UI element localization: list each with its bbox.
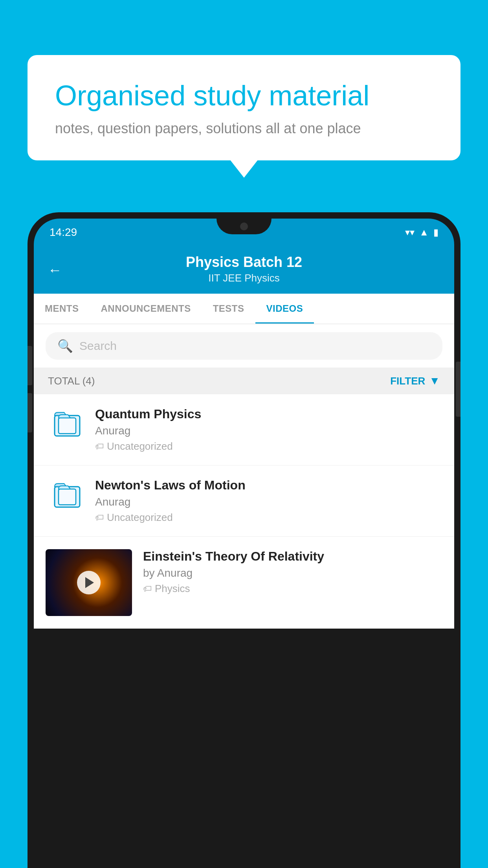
tag-icon: 🏷 — [95, 441, 104, 452]
video-author-quantum: Anurag — [95, 425, 442, 437]
play-icon — [85, 577, 94, 588]
tag-label-einstein: Physics — [155, 583, 190, 595]
tag-icon-2: 🏷 — [95, 513, 104, 523]
video-list: Quantum Physics Anurag 🏷 Uncategorized — [34, 394, 454, 629]
filter-label: FILTER — [390, 375, 425, 387]
battery-icon: ▮ — [433, 227, 438, 238]
power-button — [456, 362, 460, 417]
video-info-quantum: Quantum Physics Anurag 🏷 Uncategorized — [89, 407, 442, 452]
tag-label-newton: Uncategorized — [107, 511, 173, 524]
status-bar: 14:29 ▾▾ ▲ ▮ — [34, 219, 454, 246]
video-tag-einstein: 🏷 Physics — [143, 583, 442, 595]
video-tag-quantum: 🏷 Uncategorized — [95, 440, 442, 452]
video-info-einstein: Einstein's Theory Of Relativity by Anura… — [132, 549, 442, 595]
tag-label-quantum: Uncategorized — [107, 440, 173, 452]
video-item-newton[interactable]: Newton's Laws of Motion Anurag 🏷 Uncateg… — [34, 465, 454, 537]
video-item-quantum[interactable]: Quantum Physics Anurag 🏷 Uncategorized — [34, 394, 454, 465]
video-title-quantum: Quantum Physics — [95, 407, 442, 421]
folder-icon-container — [46, 407, 89, 440]
play-button-einstein[interactable] — [77, 571, 101, 594]
video-title-einstein: Einstein's Theory Of Relativity — [143, 549, 442, 564]
search-bar[interactable]: 🔍 Search — [46, 332, 442, 360]
header-title: Physics Batch 12 — [50, 254, 438, 270]
filter-button[interactable]: FILTER ▼ — [390, 375, 440, 387]
video-item-einstein[interactable]: Einstein's Theory Of Relativity by Anura… — [34, 537, 454, 629]
tab-tests[interactable]: TESTS — [202, 294, 255, 324]
bubble-title: Organised study material — [55, 79, 433, 112]
video-info-newton: Newton's Laws of Motion Anurag 🏷 Uncateg… — [89, 478, 442, 524]
video-thumbnail-einstein — [46, 549, 132, 616]
app-header: ← Physics Batch 12 IIT JEE Physics — [34, 246, 454, 294]
folder-icon-2 — [53, 480, 81, 511]
tag-icon-3: 🏷 — [143, 584, 152, 594]
wifi-icon: ▾▾ — [405, 227, 415, 238]
tab-bar: MENTS ANNOUNCEMENTS TESTS VIDEOS — [34, 294, 454, 324]
folder-icon-container-2 — [46, 478, 89, 511]
video-author-newton: Anurag — [95, 496, 442, 508]
filter-icon: ▼ — [429, 375, 440, 387]
tab-videos[interactable]: VIDEOS — [255, 294, 314, 324]
volume-up-button — [28, 346, 32, 385]
status-time: 14:29 — [50, 226, 77, 239]
video-tag-newton: 🏷 Uncategorized — [95, 511, 442, 524]
speech-bubble-card: Organised study material notes, question… — [28, 55, 460, 160]
video-author-einstein: by Anurag — [143, 567, 442, 579]
notch — [216, 219, 272, 234]
total-count: TOTAL (4) — [48, 375, 95, 387]
phone-frame: 14:29 ▾▾ ▲ ▮ ← Physics Batch 12 IIT JEE … — [28, 212, 460, 868]
bubble-subtitle: notes, question papers, solutions all at… — [55, 120, 433, 137]
folder-icon — [53, 408, 81, 440]
search-container: 🔍 Search — [34, 324, 454, 368]
svg-rect-1 — [59, 418, 76, 434]
status-icons: ▾▾ ▲ ▮ — [405, 227, 438, 238]
search-icon: 🔍 — [57, 338, 73, 353]
video-title-newton: Newton's Laws of Motion — [95, 478, 442, 493]
speech-bubble-section: Organised study material notes, question… — [28, 55, 460, 160]
search-placeholder: Search — [79, 339, 117, 353]
signal-icon: ▲ — [419, 227, 429, 238]
filter-bar: TOTAL (4) FILTER ▼ — [34, 368, 454, 394]
volume-down-button — [28, 393, 32, 432]
tab-announcements[interactable]: ANNOUNCEMENTS — [90, 294, 202, 324]
phone-screen: 14:29 ▾▾ ▲ ▮ ← Physics Batch 12 IIT JEE … — [34, 219, 454, 868]
back-button[interactable]: ← — [48, 262, 62, 278]
camera — [240, 223, 248, 230]
header-subtitle: IIT JEE Physics — [50, 272, 438, 284]
svg-rect-3 — [59, 489, 76, 505]
tab-ments[interactable]: MENTS — [34, 294, 90, 324]
